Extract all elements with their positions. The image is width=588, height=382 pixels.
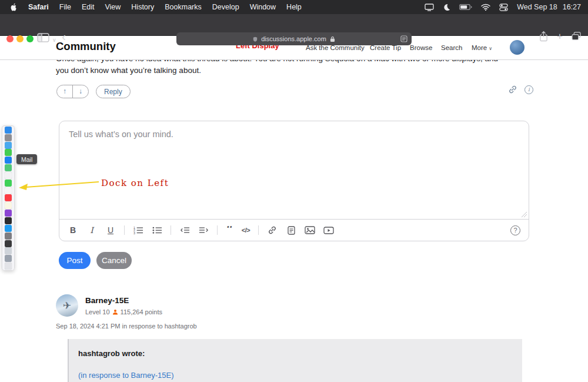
podcasts-dock-icon[interactable] bbox=[5, 210, 12, 217]
system-settings-dock-icon[interactable] bbox=[5, 232, 12, 240]
files-dock-icon[interactable] bbox=[5, 247, 12, 254]
menu-clock-date: Wed Sep 18 bbox=[517, 3, 557, 11]
downloads-dock-icon[interactable] bbox=[5, 255, 12, 262]
address-bar[interactable]: discussions.apple.com bbox=[176, 32, 412, 45]
post-button[interactable]: Post bbox=[59, 252, 91, 269]
minimize-window-button[interactable] bbox=[16, 35, 24, 42]
tv-dock-icon[interactable] bbox=[5, 217, 12, 224]
tab-overview-icon[interactable] bbox=[572, 32, 581, 41]
menu-help[interactable]: Help bbox=[281, 0, 307, 14]
underline-button[interactable]: U bbox=[105, 225, 116, 235]
unordered-list-button[interactable] bbox=[152, 226, 162, 234]
toolbar-divider bbox=[124, 225, 125, 235]
lock-icon bbox=[330, 36, 335, 42]
url-text: discussions.apple.com bbox=[261, 35, 326, 42]
copy-link-icon[interactable] bbox=[508, 85, 517, 94]
terminal-dock-icon[interactable] bbox=[5, 240, 12, 247]
menu-file[interactable]: File bbox=[54, 0, 76, 14]
messages-dock-icon[interactable] bbox=[5, 149, 12, 156]
menu-bookmarks[interactable]: Bookmarks bbox=[159, 0, 207, 14]
composer-toolbar: B I U 123 “ </> bbox=[59, 219, 529, 241]
menu-bar: Safari File Edit View History Bookmarks … bbox=[0, 0, 588, 14]
reply-button[interactable]: Reply bbox=[96, 85, 131, 98]
code-button[interactable]: </> bbox=[242, 227, 250, 234]
calendar-dock-icon[interactable] bbox=[5, 187, 12, 194]
apple-menu-icon[interactable] bbox=[5, 3, 23, 12]
maps-dock-icon[interactable] bbox=[5, 164, 12, 171]
quote-block: hashtagrob wrote: (in response to Barney… bbox=[68, 339, 522, 382]
insert-document-button[interactable] bbox=[286, 226, 296, 235]
quote-in-response-link[interactable]: (in response to Barney-15E) bbox=[78, 371, 513, 380]
insert-video-button[interactable] bbox=[323, 227, 334, 234]
reply-author-avatar[interactable]: ✈ bbox=[56, 294, 78, 317]
downvote-button[interactable]: ↓ bbox=[73, 85, 88, 98]
upvote-button[interactable]: ↑ bbox=[57, 85, 72, 98]
menu-history[interactable]: History bbox=[126, 0, 159, 14]
resize-handle[interactable] bbox=[522, 212, 527, 217]
thread-post-line2: you don’t know what you’re talking about… bbox=[56, 65, 526, 77]
sidebar-toggle-button[interactable] bbox=[37, 33, 49, 45]
control-center-icon[interactable] bbox=[499, 3, 508, 12]
menu-view[interactable]: View bbox=[99, 0, 126, 14]
help-button[interactable]: ? bbox=[510, 225, 520, 235]
privacy-shield-icon bbox=[253, 36, 258, 42]
menu-bar-status: Wed Sep 18 16:27 bbox=[425, 3, 583, 12]
music-dock-icon[interactable] bbox=[5, 194, 12, 201]
bold-button[interactable]: B bbox=[68, 225, 78, 235]
insert-image-button[interactable] bbox=[305, 226, 315, 234]
app-store-dock-icon[interactable] bbox=[5, 225, 12, 232]
facetime-dock-icon[interactable] bbox=[5, 180, 12, 187]
nav-search[interactable]: Search bbox=[441, 44, 462, 51]
menu-clock-time: 16:27 bbox=[563, 3, 581, 11]
new-tab-button[interactable]: + bbox=[557, 31, 563, 41]
ordered-list-button[interactable]: 123 bbox=[133, 226, 143, 234]
menu-app-name[interactable]: Safari bbox=[23, 0, 54, 14]
indent-button[interactable] bbox=[198, 226, 209, 234]
airplane-avatar-glyph: ✈ bbox=[63, 300, 71, 312]
italic-button[interactable]: I bbox=[86, 225, 97, 235]
dock-tooltip: Mail bbox=[16, 154, 37, 164]
blockquote-button[interactable]: “ bbox=[226, 226, 233, 234]
menu-window[interactable]: Window bbox=[245, 0, 281, 14]
level-badge-icon bbox=[112, 309, 118, 315]
safari-dock-icon[interactable] bbox=[5, 142, 12, 149]
cancel-button[interactable]: Cancel bbox=[96, 252, 132, 269]
reply-timestamp: Sep 18, 2024 4:21 PM in response to hash… bbox=[56, 323, 197, 330]
notes-dock-icon[interactable] bbox=[5, 202, 12, 209]
trash-dock-icon[interactable] bbox=[5, 263, 12, 270]
outdent-button[interactable] bbox=[179, 226, 190, 234]
nav-more-label: More bbox=[472, 44, 487, 51]
focus-icon[interactable] bbox=[443, 4, 450, 11]
annotation-arrow bbox=[16, 177, 103, 193]
info-icon[interactable]: i bbox=[524, 85, 533, 94]
launchpad-dock-icon[interactable] bbox=[5, 134, 12, 141]
annotation-dock-on-left: Dock on Left bbox=[101, 178, 169, 188]
menu-develop[interactable]: Develop bbox=[207, 0, 245, 14]
insert-link-button[interactable] bbox=[267, 225, 278, 235]
composer-input[interactable] bbox=[59, 121, 529, 219]
sidebar-chevron-icon[interactable]: ∨ bbox=[52, 37, 56, 43]
menu-edit[interactable]: Edit bbox=[76, 0, 100, 14]
battery-icon[interactable] bbox=[459, 4, 472, 10]
toolbar-right-actions: + bbox=[539, 31, 581, 42]
share-icon[interactable] bbox=[539, 31, 548, 42]
account-avatar[interactable] bbox=[510, 40, 524, 55]
reply-author-meta: Level 10 115,264 points bbox=[85, 308, 162, 315]
back-button[interactable]: ‹ bbox=[62, 30, 66, 42]
close-window-button[interactable] bbox=[6, 35, 14, 42]
fullscreen-window-button[interactable] bbox=[26, 35, 34, 42]
finder-dock-icon[interactable] bbox=[5, 127, 12, 134]
wifi-icon[interactable] bbox=[481, 4, 490, 11]
screen-mirroring-icon[interactable] bbox=[425, 4, 434, 11]
photos-dock-icon[interactable] bbox=[5, 172, 12, 179]
reply-author-name[interactable]: Barney-15E bbox=[85, 296, 129, 305]
menu-clock[interactable]: Wed Sep 18 16:27 bbox=[517, 3, 583, 11]
post-actions: i bbox=[508, 85, 533, 94]
reader-icon[interactable] bbox=[400, 35, 407, 42]
chevron-down-icon: ∨ bbox=[489, 46, 492, 51]
svg-text:3: 3 bbox=[133, 231, 135, 234]
mail-dock-icon[interactable] bbox=[5, 157, 12, 164]
screen: Safari File Edit View History Bookmarks … bbox=[0, 0, 588, 382]
nav-more[interactable]: More∨ bbox=[472, 44, 492, 51]
nav-browse[interactable]: Browse bbox=[410, 44, 432, 51]
